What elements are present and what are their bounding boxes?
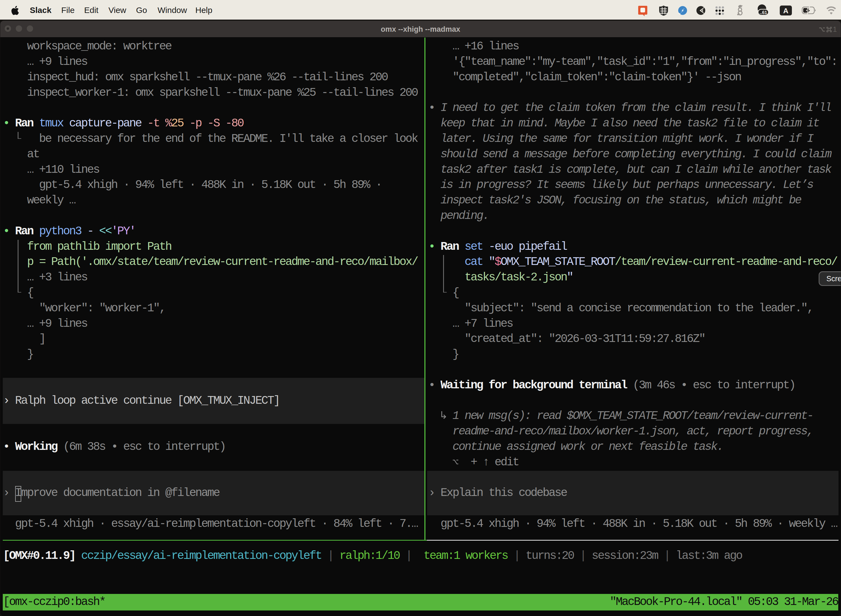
svg-text:..61: ..61 [760, 10, 767, 15]
svg-text:A: A [783, 7, 788, 15]
